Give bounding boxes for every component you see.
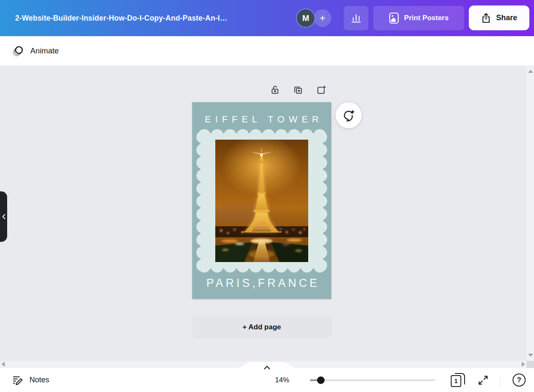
vertical-scrollbar[interactable]: [526, 66, 534, 361]
page-number: 1: [451, 375, 461, 387]
zoom-slider[interactable]: [310, 376, 435, 384]
comment-plus-icon: [342, 109, 355, 122]
chevron-left-icon: [2, 214, 6, 220]
chevron-up-icon[interactable]: [261, 365, 273, 371]
context-toolbar: Animate: [0, 36, 534, 66]
document-title[interactable]: 2-Website-Builder-Insider-How-Do-I-Copy-…: [15, 0, 284, 36]
question-mark-icon: ?: [517, 376, 521, 384]
share-upload-icon: [481, 13, 491, 24]
notes-button[interactable]: Notes: [8, 371, 53, 388]
add-page-label: + Add page: [243, 323, 281, 331]
divider: [500, 375, 500, 387]
notes-label: Notes: [29, 376, 49, 384]
duplicate-page-button[interactable]: [293, 85, 304, 95]
unlock-icon: [270, 85, 280, 95]
share-button[interactable]: Share: [469, 5, 529, 30]
duplicate-icon: [293, 85, 304, 95]
top-bar: 2-Website-Builder-Insider-How-Do-I-Copy-…: [0, 0, 534, 36]
zoom-level[interactable]: 14%: [252, 368, 289, 392]
add-page-icon-button[interactable]: [316, 85, 327, 95]
sidebar-collapse-tab[interactable]: [0, 191, 7, 242]
plus-icon: +: [320, 12, 325, 24]
insights-button[interactable]: [344, 6, 368, 30]
add-page-icon: [316, 85, 327, 95]
poster-subtitle-text[interactable]: PARIS,FRANCE: [192, 277, 331, 290]
page-indicator-button[interactable]: 1: [451, 373, 465, 387]
scrollbar-corner: [526, 361, 534, 368]
comment-button[interactable]: [336, 102, 362, 128]
fullscreen-button[interactable]: [476, 373, 490, 387]
zoom-slider-knob[interactable]: [317, 376, 325, 384]
status-bar: Notes 14% 1 ?: [0, 368, 534, 392]
eiffel-tower-photo[interactable]: [215, 140, 308, 262]
lock-button[interactable]: [270, 85, 280, 95]
page-controls: [270, 85, 327, 95]
scroll-right-arrow-icon[interactable]: [522, 362, 525, 367]
poster-title-text[interactable]: EIFFEL TOWER: [192, 114, 331, 125]
print-posters-label: Print Posters: [404, 14, 449, 22]
avatar-initial: M: [302, 13, 309, 23]
animate-button[interactable]: Animate: [6, 41, 65, 61]
scroll-left-arrow-icon[interactable]: [2, 362, 5, 367]
add-page-button[interactable]: + Add page: [192, 316, 331, 338]
share-label: Share: [496, 13, 517, 22]
scroll-up-arrow-icon[interactable]: [528, 70, 533, 73]
bar-chart-icon: [351, 13, 362, 24]
help-button[interactable]: ?: [513, 373, 526, 387]
canva-editor: 2-Website-Builder-Insider-How-Do-I-Copy-…: [0, 0, 534, 392]
scroll-down-arrow-icon[interactable]: [528, 354, 533, 357]
poster-page[interactable]: EIFFEL TOWER: [192, 102, 331, 299]
poster-image-icon: [389, 12, 399, 24]
design-canvas[interactable]: EIFFEL TOWER: [0, 66, 534, 368]
expand-arrows-icon: [478, 375, 489, 386]
avatar[interactable]: M: [297, 9, 315, 27]
animate-label: Animate: [30, 46, 59, 56]
add-member-button[interactable]: +: [314, 9, 331, 27]
print-posters-button[interactable]: Print Posters: [373, 6, 464, 30]
notes-icon: [12, 374, 24, 386]
zoom-slider-track[interactable]: [310, 379, 435, 381]
animate-icon: [12, 45, 24, 57]
